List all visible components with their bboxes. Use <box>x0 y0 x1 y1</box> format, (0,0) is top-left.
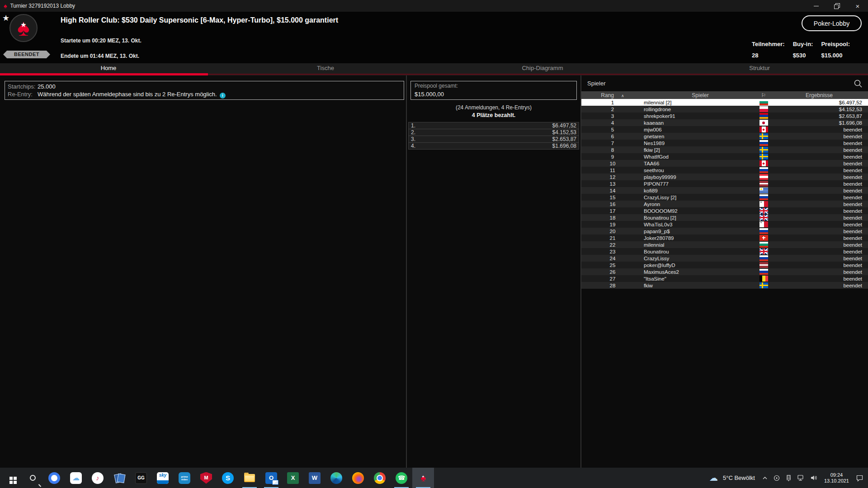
flag-cell <box>757 127 770 132</box>
taskbar-whatsapp-button[interactable]: ☎ <box>391 468 412 488</box>
minimize-icon <box>814 6 819 6</box>
action-center-icon[interactable] <box>856 474 863 482</box>
minimize-button[interactable] <box>806 0 826 12</box>
taskbar-word-button[interactable]: W <box>304 468 326 488</box>
player-row-18[interactable]: 18Bounatirou [2]beendet <box>581 214 868 221</box>
player-row-22[interactable]: 22milennialbeendet <box>581 241 868 248</box>
poker-cards-icon <box>113 472 125 484</box>
player-row-25[interactable]: 25poker@luffyDbeendet <box>581 262 868 268</box>
player-row-1[interactable]: 1milennial [2]$6.497,52 <box>581 99 868 106</box>
taskbar-firefox-button[interactable] <box>347 468 369 488</box>
usb-icon[interactable] <box>785 474 792 482</box>
be-flag-icon <box>760 276 768 282</box>
stat-buy-in: Buy-in:$530 <box>793 41 813 59</box>
player-row-27[interactable]: 27"ItsaSine"beendet <box>581 275 868 282</box>
taskbar-excel-button[interactable]: X <box>282 468 304 488</box>
player-row-4[interactable]: 4kaaeaan$1.696,08 <box>581 119 868 126</box>
info-icon[interactable]: i <box>220 93 226 99</box>
taskbar-pokerstars-button[interactable]: ♠ <box>412 468 434 488</box>
player-row-15[interactable]: 15CrazyLissy [2]beendet <box>581 194 868 201</box>
player-row-9[interactable]: 9WhatIfGodbeendet <box>581 153 868 160</box>
player-rank: 14 <box>581 188 644 193</box>
column-player[interactable]: Spieler <box>644 92 757 99</box>
restore-button[interactable] <box>826 0 847 12</box>
taskbar-icloud-button[interactable]: ☁ <box>65 468 87 488</box>
taskbar-sky-button[interactable]: sky <box>152 468 174 488</box>
taskbar-prime-video-button[interactable]: prime video <box>174 468 195 488</box>
player-row-5[interactable]: 5mjw006beendet <box>581 126 868 133</box>
player-row-3[interactable]: 3shrekpoker91$2.653,87 <box>581 113 868 119</box>
player-row-26[interactable]: 26MaximusAces2beendet <box>581 268 868 275</box>
player-result: beendet <box>770 256 868 261</box>
taskbar-poker-cards-button[interactable] <box>108 468 130 488</box>
player-row-24[interactable]: 24CrazyLissybeendet <box>581 255 868 262</box>
se-flag-icon <box>760 282 768 288</box>
chevron-up-icon[interactable] <box>762 475 768 481</box>
system-tray: ☁ 5°C Bewölkt 09:24 13.10.2021 <box>709 468 868 488</box>
ca-flag-icon <box>760 127 768 132</box>
taskbar-start-button[interactable] <box>0 468 22 488</box>
taskbar-mcafee-button[interactable]: M <box>195 468 217 488</box>
player-row-11[interactable]: 11seethroubeendet <box>581 167 868 174</box>
taskbar-chrome-button[interactable] <box>369 468 391 488</box>
player-name: poker@luffyD <box>644 263 757 268</box>
se-flag-icon <box>760 154 768 160</box>
player-rank: 22 <box>581 242 644 248</box>
player-row-2[interactable]: 2rollingdrone$4.152,53 <box>581 106 868 113</box>
weather-cloud-icon[interactable]: ☁ <box>709 474 718 482</box>
player-result: beendet <box>770 181 868 187</box>
taskbar-outlook-button[interactable]: O <box>260 468 282 488</box>
player-name: Joker280789 <box>644 235 757 241</box>
players-table-body: 1milennial [2]$6.497,522rollingdrone$4.1… <box>581 99 868 289</box>
flag-cell <box>757 235 770 241</box>
player-name: BOOOOOM92 <box>644 208 757 214</box>
player-row-20[interactable]: 20papan9_p$beendet <box>581 228 868 235</box>
player-row-7[interactable]: 7Nes1989beendet <box>581 140 868 146</box>
taskbar-edge-button[interactable] <box>326 468 347 488</box>
column-results[interactable]: Ergebnisse <box>770 92 868 99</box>
player-name: Ayronn <box>644 202 757 207</box>
excel-icon: X <box>287 472 299 484</box>
player-row-14[interactable]: 14kofi89beendet <box>581 187 868 194</box>
column-flag[interactable]: ⚐ <box>757 92 770 99</box>
pokerstars-icon: ♠ <box>417 472 429 484</box>
prize-row: 1.$6.497,52 <box>408 122 579 129</box>
player-row-8[interactable]: 8fkiw [2]beendet <box>581 146 868 153</box>
player-row-10[interactable]: 10TAA66beendet <box>581 160 868 167</box>
player-rank: 17 <box>581 208 644 214</box>
stat-value: 28 <box>752 52 785 59</box>
player-row-13[interactable]: 13PIPON777beendet <box>581 180 868 187</box>
favorite-star-icon[interactable]: ★ <box>2 13 9 23</box>
network-icon[interactable] <box>797 474 805 481</box>
player-row-6[interactable]: 6gnetarenbeendet <box>581 133 868 140</box>
player-row-12[interactable]: 12playboy99999beendet <box>581 174 868 180</box>
speaker-icon[interactable] <box>810 474 817 481</box>
flag-cell <box>757 133 770 139</box>
player-rank: 26 <box>581 269 644 275</box>
prize-amount: $6.497,52 <box>552 122 576 129</box>
column-rank[interactable]: Rang∧ <box>581 92 644 99</box>
taskbar-itunes-button[interactable]: ♪ <box>87 468 108 488</box>
prize-row: 2.$4.152,53 <box>408 129 579 136</box>
taskbar-skype-button[interactable]: S <box>217 468 239 488</box>
player-row-21[interactable]: 21Joker280789beendet <box>581 235 868 241</box>
taskbar-search-button[interactable] <box>22 468 43 488</box>
taskbar-signal-button[interactable] <box>43 468 65 488</box>
player-row-23[interactable]: 23Bounatiroubeendet <box>581 248 868 255</box>
player-row-19[interactable]: 19WhaTisL0v3beendet <box>581 221 868 228</box>
poker-lobby-button[interactable]: Poker-Lobby <box>802 15 862 31</box>
player-row-17[interactable]: 17BOOOOOM92beendet <box>581 207 868 214</box>
player-result: beendet <box>770 235 868 241</box>
search-icon[interactable] <box>854 79 863 88</box>
meet-now-icon[interactable] <box>773 474 780 482</box>
player-row-28[interactable]: 28fkiwbeendet <box>581 282 868 289</box>
ru-flag-icon <box>760 255 768 261</box>
player-row-16[interactable]: 16Ayronnbeendet <box>581 201 868 207</box>
clock[interactable]: 09:24 13.10.2021 <box>824 472 849 484</box>
weather-text[interactable]: 5°C Bewölkt <box>723 474 755 481</box>
tournament-title: High Roller Club: $530 Daily Supersonic … <box>61 16 338 24</box>
taskbar-file-explorer-button[interactable] <box>239 468 260 488</box>
flag-cell <box>757 167 770 173</box>
taskbar-ggpoker-button[interactable]: GG <box>130 468 152 488</box>
close-button[interactable]: × <box>847 0 868 12</box>
